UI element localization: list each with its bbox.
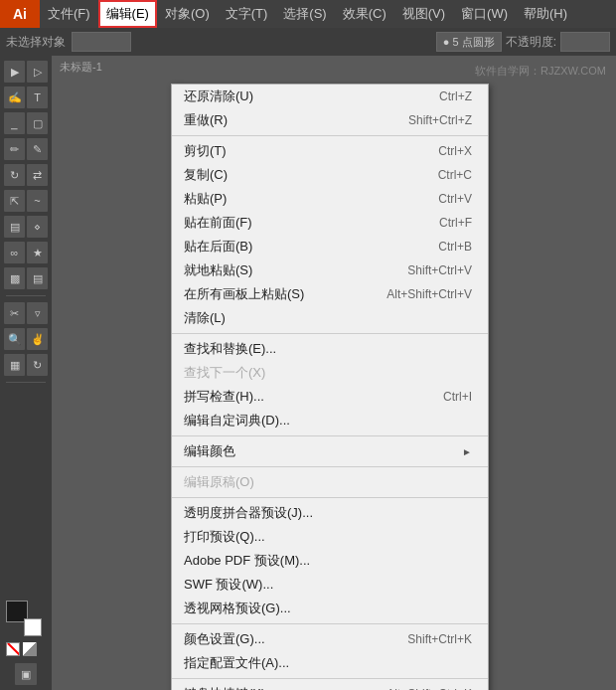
menu-window[interactable]: 窗口(W) [453,0,516,28]
stroke-color[interactable] [24,618,42,636]
menu-paste[interactable]: 粘贴(P) Ctrl+V [172,187,488,211]
sep1 [172,135,488,136]
menu-clear-label: 清除(L) [184,309,226,327]
perspective-tool[interactable]: ▦ [4,354,25,376]
menu-transparency-preset-label: 透明度拼合器预设(J)... [184,504,313,522]
menu-print-preset[interactable]: 打印预设(Q)... [172,525,488,549]
menu-edit-dict[interactable]: 编辑自定词典(D)... [172,409,488,432]
menu-paste-all-label: 在所有画板上粘贴(S) [184,285,304,303]
symbol-tool[interactable]: ★ [27,242,48,263]
select-tool[interactable]: ▶ [4,61,25,83]
menu-color-settings[interactable]: 颜色设置(G)... Shift+Ctrl+K [172,627,488,651]
menu-undo-label: 还原清除(U) [184,87,253,105]
hand-tool[interactable]: ✌ [27,328,48,350]
menu-cut[interactable]: 剪切(T) Ctrl+X [172,139,488,163]
eraser-tool[interactable]: ▿ [27,302,48,324]
watermark: 软件自学网：RJZXW.COM [475,64,606,79]
opacity-input[interactable] [560,32,610,52]
menu-paste-back-label: 贴在后面(B) [184,238,252,256]
menu-paste-all-shortcut: Alt+Shift+Ctrl+V [386,287,472,301]
type-tool[interactable]: T [27,86,48,108]
rotate-tool[interactable]: ↻ [4,164,25,186]
menu-assign-profile[interactable]: 指定配置文件(A)... [172,651,488,675]
warp-tool[interactable]: ~ [27,190,48,212]
menu-color-settings-shortcut: Shift+Ctrl+K [407,632,472,646]
menu-paste-back-shortcut: Ctrl+B [438,240,472,254]
menu-text[interactable]: 文字(T) [218,0,276,28]
blend-tool[interactable]: ∞ [4,242,25,263]
menu-effect[interactable]: 效果(C) [335,0,394,28]
menu-undo[interactable]: 还原清除(U) Ctrl+Z [172,85,488,108]
menu-copy-shortcut: Ctrl+C [438,168,472,182]
menu-find-next-label: 查找下一个(X) [184,364,265,382]
menu-perspective-preset[interactable]: 透视网格预设(G)... [172,597,488,620]
opacity-label: 不透明度: [506,34,556,51]
menu-edit-color-label: 编辑颜色 [184,442,235,460]
menu-paste-all[interactable]: 在所有画板上粘贴(S) Alt+Shift+Ctrl+V [172,282,488,306]
paintbrush-tool[interactable]: ✏ [4,138,25,160]
direct-select-tool[interactable]: ▷ [27,61,48,83]
rect-tool[interactable]: ▢ [27,112,48,134]
menu-keyboard-shortcuts-label: 键盘快捷键(K)... [184,685,276,690]
sep4 [172,466,488,467]
menu-cut-shortcut: Ctrl+X [438,144,472,158]
menu-swf-preset[interactable]: SWF 预设(W)... [172,573,488,597]
menu-paste-front-shortcut: Ctrl+F [439,216,472,230]
menu-paste-shortcut: Ctrl+V [438,192,472,206]
menu-swf-preset-label: SWF 预设(W)... [184,576,273,594]
menu-edit-original[interactable]: 编辑原稿(O) [172,470,488,494]
line-tool[interactable]: ⎯ [4,112,25,134]
artboard-tool[interactable]: ▤ [27,267,48,289]
menu-select[interactable]: 选择(S) [275,0,334,28]
zoom-tool[interactable]: 🔍 [4,328,25,350]
menu-find-replace[interactable]: 查找和替换(E)... [172,337,488,361]
menu-paste-back[interactable]: 贴在后面(B) Ctrl+B [172,235,488,259]
menu-file[interactable]: 文件(F) [40,0,98,28]
menu-spellcheck[interactable]: 拼写检查(H)... Ctrl+I [172,385,488,409]
mesh-tool[interactable]: ⋄ [27,216,48,238]
menu-paste-inplace-shortcut: Shift+Ctrl+V [407,263,472,277]
menu-edit-original-label: 编辑原稿(O) [184,473,254,491]
column-chart-tool[interactable]: ▩ [4,267,25,289]
menu-clear[interactable]: 清除(L) [172,306,488,330]
menu-edit-color[interactable]: 编辑颜色 ► [172,439,488,463]
menu-object[interactable]: 对象(O) [157,0,218,28]
menu-color-settings-label: 颜色设置(G)... [184,630,265,648]
menu-copy-label: 复制(C) [184,166,228,184]
sep2 [172,333,488,334]
menu-paste-front[interactable]: 贴在前面(F) Ctrl+F [172,211,488,235]
menu-keyboard-shortcuts[interactable]: 键盘快捷键(K)... Alt+Shift+Ctrl+K [172,682,488,690]
left-toolbar: ▶ ▷ ✍ T ⎯ ▢ ✏ ✎ ↻ ⇄ ⇱ ~ ▤ ⋄ ∞ ★ [0,56,52,690]
mirror-tool[interactable]: ⇄ [27,164,48,186]
menu-paste-inplace[interactable]: 就地粘贴(S) Shift+Ctrl+V [172,259,488,282]
menu-redo[interactable]: 重做(R) Shift+Ctrl+Z [172,108,488,132]
selection-input[interactable] [72,32,131,52]
pencil-tool[interactable]: ✎ [27,138,48,160]
no-fill-icon[interactable] [6,642,20,656]
menu-spellcheck-label: 拼写检查(H)... [184,388,264,406]
menu-edit[interactable]: 编辑(E) [98,0,157,28]
scale-tool[interactable]: ⇱ [4,190,25,212]
sep3 [172,435,488,436]
menu-pdf-preset-label: Adobe PDF 预设(M)... [184,552,310,570]
sep6 [172,623,488,624]
main-area: ▶ ▷ ✍ T ⎯ ▢ ✏ ✎ ↻ ⇄ ⇱ ~ ▤ ⋄ ∞ ★ [0,56,616,690]
selection-label: 未选择对象 [6,34,66,51]
menu-copy[interactable]: 复制(C) Ctrl+C [172,163,488,187]
scissors-tool[interactable]: ✂ [4,302,25,324]
menu-find-next[interactable]: 查找下一个(X) [172,361,488,385]
gradient-color-icon[interactable] [23,642,37,656]
sep5 [172,497,488,498]
menu-edit-dict-label: 编辑自定词典(D)... [184,412,290,430]
rotate3d-tool[interactable]: ↻ [27,354,48,376]
pen-tool[interactable]: ✍ [4,86,25,108]
app-logo: Ai [0,0,40,28]
menu-items: 文件(F) 编辑(E) 对象(O) 文字(T) 选择(S) 效果(C) 视图(V… [40,0,575,28]
submenu-arrow-edit-color: ► [462,446,472,457]
menu-transparency-preset[interactable]: 透明度拼合器预设(J)... [172,501,488,525]
menu-pdf-preset[interactable]: Adobe PDF 预设(M)... [172,549,488,573]
menu-view[interactable]: 视图(V) [394,0,453,28]
gradient-tool[interactable]: ▤ [4,216,25,238]
screen-mode-btn[interactable]: ▣ [15,663,37,685]
menu-help[interactable]: 帮助(H) [516,0,575,28]
